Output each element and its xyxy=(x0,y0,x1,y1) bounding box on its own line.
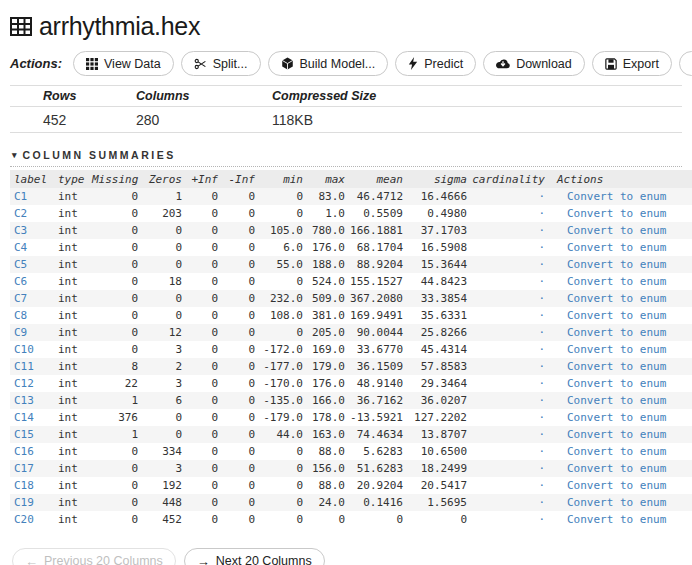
convert-to-enum-link[interactable]: Convert to enum xyxy=(567,496,666,509)
column-type-cell: int xyxy=(54,477,92,494)
convert-to-enum-link[interactable]: Convert to enum xyxy=(567,394,666,407)
mean-cell: 46.4712 xyxy=(349,188,407,205)
table-row: C8int0000108.0381.0169.949135.6331·Conve… xyxy=(10,307,692,324)
predict-button[interactable]: Predict xyxy=(395,51,476,76)
convert-to-enum-link[interactable]: Convert to enum xyxy=(567,513,666,526)
column-label-link[interactable]: C16 xyxy=(14,445,34,458)
column-label-cell: C3 xyxy=(10,222,54,239)
cardinality-cell: · xyxy=(471,188,549,205)
zeros-cell: 3 xyxy=(142,341,186,358)
column-type-cell: int xyxy=(54,256,92,273)
zeros-cell: 203 xyxy=(142,205,186,222)
column-label-link[interactable]: C11 xyxy=(14,360,34,373)
column-label-link[interactable]: C20 xyxy=(14,513,34,526)
col-header-max: max xyxy=(307,170,349,188)
actions-cell: Convert to enum xyxy=(549,494,692,511)
actions-cell: Convert to enum xyxy=(549,188,692,205)
sigma-cell: 15.3644 xyxy=(407,256,471,273)
convert-to-enum-link[interactable]: Convert to enum xyxy=(567,360,666,373)
build-model-button[interactable]: Build Model... xyxy=(268,51,389,76)
view-data-button[interactable]: View Data xyxy=(73,51,174,76)
grid-icon xyxy=(86,58,98,70)
delete-button[interactable]: Delete xyxy=(679,51,692,76)
mean-cell: 0 xyxy=(349,511,407,528)
column-label-link[interactable]: C18 xyxy=(14,479,34,492)
column-label-link[interactable]: C10 xyxy=(14,343,34,356)
column-summaries-heading[interactable]: ▾ COLUMN SUMMARIES xyxy=(10,147,682,167)
sigma-cell: 10.6500 xyxy=(407,443,471,460)
column-label-link[interactable]: C5 xyxy=(14,258,27,271)
sigma-cell: 36.0207 xyxy=(407,392,471,409)
pos-inf-cell: 0 xyxy=(186,392,222,409)
sigma-cell: 18.2499 xyxy=(407,460,471,477)
previous-columns-button[interactable]: ← Previous 20 Columns xyxy=(12,548,176,565)
column-label-link[interactable]: C8 xyxy=(14,309,27,322)
sigma-cell: 0 xyxy=(407,511,471,528)
actions-cell: Convert to enum xyxy=(549,239,692,256)
split-button[interactable]: Split... xyxy=(181,51,261,76)
convert-to-enum-link[interactable]: Convert to enum xyxy=(567,292,666,305)
column-label-cell: C9 xyxy=(10,324,54,341)
missing-cell: 0 xyxy=(92,324,142,341)
max-cell: 88.0 xyxy=(307,477,349,494)
column-label-link[interactable]: C2 xyxy=(14,207,27,220)
convert-to-enum-link[interactable]: Convert to enum xyxy=(567,326,666,339)
table-row: C6int018000524.0155.152744.8423·Convert … xyxy=(10,273,692,290)
max-cell: 88.0 xyxy=(307,443,349,460)
max-cell: 24.0 xyxy=(307,494,349,511)
column-label-link[interactable]: C7 xyxy=(14,292,27,305)
pos-inf-cell: 0 xyxy=(186,341,222,358)
convert-to-enum-link[interactable]: Convert to enum xyxy=(567,241,666,254)
convert-to-enum-link[interactable]: Convert to enum xyxy=(567,309,666,322)
mean-cell: 68.1704 xyxy=(349,239,407,256)
column-label-cell: C11 xyxy=(10,358,54,375)
next-columns-button[interactable]: → Next 20 Columns xyxy=(184,548,325,565)
column-label-link[interactable]: C4 xyxy=(14,241,27,254)
max-cell: 205.0 xyxy=(307,324,349,341)
convert-to-enum-link[interactable]: Convert to enum xyxy=(567,411,666,424)
convert-to-enum-link[interactable]: Convert to enum xyxy=(567,207,666,220)
min-cell: 0 xyxy=(259,324,307,341)
column-type-cell: int xyxy=(54,239,92,256)
column-label-link[interactable]: C12 xyxy=(14,377,34,390)
column-label-cell: C10 xyxy=(10,341,54,358)
column-label-link[interactable]: C6 xyxy=(14,275,27,288)
convert-to-enum-link[interactable]: Convert to enum xyxy=(567,445,666,458)
column-type-cell: int xyxy=(54,511,92,528)
download-button[interactable]: Download xyxy=(483,51,585,76)
convert-to-enum-link[interactable]: Convert to enum xyxy=(567,343,666,356)
cardinality-cell: · xyxy=(471,460,549,477)
convert-to-enum-link[interactable]: Convert to enum xyxy=(567,479,666,492)
neg-inf-cell: 0 xyxy=(222,222,259,239)
convert-to-enum-link[interactable]: Convert to enum xyxy=(567,258,666,271)
zeros-cell: 0 xyxy=(142,222,186,239)
convert-to-enum-link[interactable]: Convert to enum xyxy=(567,462,666,475)
table-row: C5int000055.0188.088.920415.3644·Convert… xyxy=(10,256,692,273)
column-type-cell: int xyxy=(54,443,92,460)
save-icon xyxy=(605,58,617,70)
column-label-link[interactable]: C9 xyxy=(14,326,27,339)
convert-to-enum-link[interactable]: Convert to enum xyxy=(567,428,666,441)
convert-to-enum-link[interactable]: Convert to enum xyxy=(567,190,666,203)
neg-inf-cell: 0 xyxy=(222,460,259,477)
actions-cell: Convert to enum xyxy=(549,307,692,324)
column-type-cell: int xyxy=(54,494,92,511)
column-label-link[interactable]: C17 xyxy=(14,462,34,475)
table-row: C10int0300-172.0169.033.677045.4314·Conv… xyxy=(10,341,692,358)
column-label-link[interactable]: C3 xyxy=(14,224,27,237)
col-header-cardinality: cardinality xyxy=(471,170,549,188)
column-label-link[interactable]: C14 xyxy=(14,411,34,424)
convert-to-enum-link[interactable]: Convert to enum xyxy=(567,224,666,237)
cardinality-cell: · xyxy=(471,324,549,341)
convert-to-enum-link[interactable]: Convert to enum xyxy=(567,275,666,288)
column-label-cell: C16 xyxy=(10,443,54,460)
min-cell: 0 xyxy=(259,273,307,290)
column-label-link[interactable]: C1 xyxy=(14,190,27,203)
export-button[interactable]: Export xyxy=(592,51,672,76)
column-label-link[interactable]: C13 xyxy=(14,394,34,407)
max-cell: 381.0 xyxy=(307,307,349,324)
column-label-link[interactable]: C15 xyxy=(14,428,34,441)
min-cell: 6.0 xyxy=(259,239,307,256)
convert-to-enum-link[interactable]: Convert to enum xyxy=(567,377,666,390)
column-label-link[interactable]: C19 xyxy=(14,496,34,509)
